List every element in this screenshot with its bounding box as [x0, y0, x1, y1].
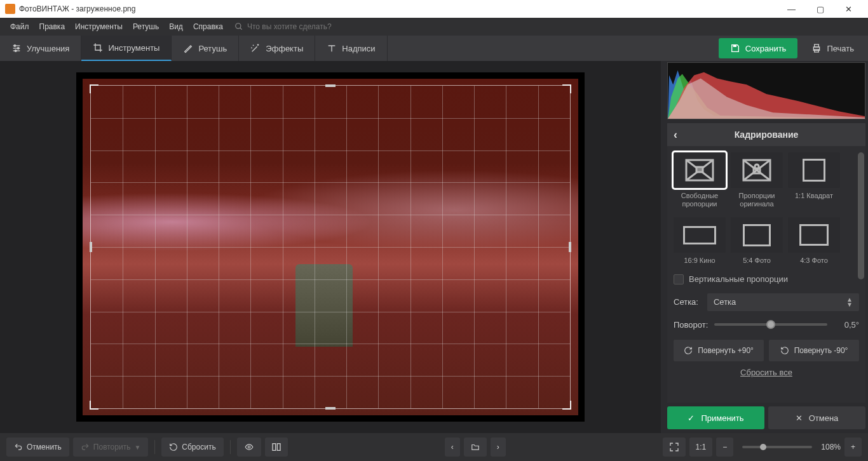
slider-knob[interactable] [766, 320, 775, 329]
histogram[interactable] [667, 62, 865, 119]
button-label: Сбросить [182, 443, 215, 451]
sliders-icon [11, 43, 22, 53]
checkbox-label: Вертикальные пропорции [689, 274, 788, 284]
maximize-button[interactable]: ▢ [806, 4, 834, 14]
fit-icon [669, 442, 679, 452]
slider-knob[interactable] [760, 444, 766, 450]
compare-button[interactable] [265, 438, 288, 457]
crop-handle-tr[interactable] [562, 84, 571, 93]
svg-rect-16 [277, 444, 280, 451]
crop-grid [91, 86, 570, 408]
folder-button[interactable] [464, 438, 487, 457]
zoom-value: 108% [821, 443, 841, 451]
preset-43[interactable]: 4:3 Фото [788, 217, 840, 265]
reset-button[interactable]: Сбросить [161, 438, 223, 457]
rotate-plus90-button[interactable]: Повернуть +90° [674, 340, 764, 361]
tab-label: Ретушь [198, 44, 227, 53]
zoom-in-button[interactable]: + [844, 438, 862, 457]
folder-prev-button[interactable]: ‹ [445, 438, 460, 457]
crop-handle-right[interactable] [569, 242, 571, 252]
zoom-out-button[interactable]: − [716, 438, 733, 457]
preset-original[interactable]: Пропорции оригинала [731, 152, 783, 208]
crop-handle-bottom[interactable] [325, 407, 336, 410]
chevron-down-icon: ▼ [134, 444, 140, 451]
save-button[interactable]: Сохранить [719, 38, 798, 58]
close-icon: ✕ [796, 413, 803, 423]
eye-icon [243, 443, 255, 451]
panel-body: Свободные пропорции Пропорции оригинала … [667, 146, 865, 403]
plus-icon: + [851, 443, 855, 451]
tab-label: Надписи [342, 44, 375, 53]
tab-tools[interactable]: Инструменты [81, 36, 172, 61]
tool-tabs: Улучшения Инструменты Ретушь Эффекты Над… [0, 36, 868, 61]
svg-rect-15 [273, 444, 276, 451]
apply-button[interactable]: ✓ Применить [667, 406, 764, 429]
canvas-frame [76, 72, 585, 422]
ratio-label: 1:1 [696, 443, 707, 451]
panel-header: ‹ Кадрирование [667, 123, 865, 146]
preset-square[interactable]: 1:1 Квадрат [788, 152, 840, 208]
button-label: Отмена [809, 413, 839, 423]
menu-file[interactable]: Файл [5, 22, 34, 31]
vertical-proportions-checkbox[interactable]: Вертикальные пропорции [674, 274, 859, 284]
preview-button[interactable] [237, 438, 261, 457]
tab-effects[interactable]: Эффекты [239, 36, 315, 61]
crop-handle-top[interactable] [325, 84, 336, 87]
menu-view[interactable]: Вид [164, 22, 188, 31]
tab-label: Улучшения [27, 44, 69, 53]
zoom-slider[interactable] [742, 446, 812, 448]
cancel-button[interactable]: ✕ Отмена [768, 406, 865, 429]
actual-size-button[interactable]: 1:1 [689, 438, 713, 457]
print-icon [811, 43, 822, 53]
menu-help[interactable]: Справка [188, 22, 228, 31]
preset-label: Свободные пропорции [674, 192, 726, 208]
grid-label: Сетка: [674, 297, 698, 307]
chevron-right-icon: › [497, 443, 499, 451]
menu-retouch[interactable]: Ретушь [128, 22, 164, 31]
print-button[interactable]: Печать [800, 38, 865, 58]
chevron-updown-icon: ▲▼ [846, 297, 853, 307]
rotate-minus90-button[interactable]: Повернуть -90° [769, 340, 859, 361]
menu-tools[interactable]: Инструменты [70, 22, 128, 31]
crop-handle-bl[interactable] [90, 401, 98, 410]
preset-54[interactable]: 5:4 Фото [731, 217, 783, 265]
svg-line-1 [240, 28, 242, 30]
save-icon [730, 43, 740, 53]
rotate-slider[interactable] [714, 323, 827, 326]
svg-rect-8 [733, 45, 736, 47]
folder-next-button[interactable]: › [491, 438, 506, 457]
panel-scrollbar[interactable] [858, 152, 864, 396]
button-label: Повернуть +90° [698, 346, 754, 355]
brush-icon [183, 43, 193, 53]
crop-overlay[interactable] [90, 85, 571, 409]
svg-rect-12 [696, 167, 703, 172]
preset-label: 16:9 Кино [674, 257, 726, 265]
close-button[interactable]: ✕ [834, 4, 863, 14]
tab-improvements[interactable]: Улучшения [0, 36, 81, 61]
canvas-area[interactable] [0, 61, 661, 433]
redo-button[interactable]: Повторить ▼ [73, 438, 148, 457]
tab-label: Инструменты [108, 43, 159, 53]
minimize-button[interactable]: — [777, 4, 806, 14]
crop-handle-tl[interactable] [90, 84, 98, 93]
tab-captions[interactable]: Надписи [315, 36, 387, 61]
undo-button[interactable]: Отменить [6, 438, 69, 457]
preset-free[interactable]: Свободные пропорции [674, 152, 726, 208]
crop-handle-br[interactable] [562, 401, 571, 410]
grid-select-value: Сетка [714, 297, 736, 307]
menu-edit[interactable]: Правка [34, 22, 71, 31]
magic-wand-icon [250, 43, 261, 53]
tab-retouch[interactable]: Ретушь [172, 36, 239, 61]
preset-169[interactable]: 16:9 Кино [674, 217, 726, 265]
fit-screen-button[interactable] [663, 438, 686, 457]
compare-icon [271, 442, 281, 452]
tab-label: Эффекты [266, 44, 303, 53]
search-input[interactable] [247, 22, 374, 31]
crop-handle-left[interactable] [90, 242, 92, 252]
rotate-label: Поворот: [674, 320, 708, 330]
panel-title: Кадрирование [735, 130, 799, 140]
panel-back-button[interactable]: ‹ [674, 128, 677, 142]
reset-all-link[interactable]: Сбросить все [674, 368, 859, 377]
reset-icon [169, 443, 178, 451]
grid-select[interactable]: Сетка ▲▼ [707, 293, 859, 311]
